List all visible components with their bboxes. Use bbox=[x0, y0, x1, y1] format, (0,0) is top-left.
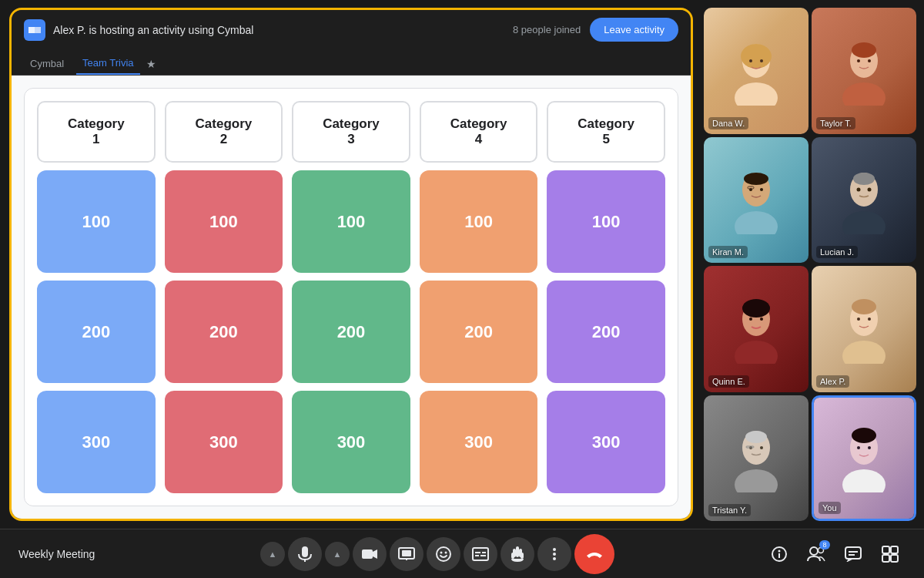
svg-point-12 bbox=[744, 173, 768, 185]
score-btn-5-300[interactable]: 300 bbox=[547, 391, 665, 493]
score-btn-1-200[interactable]: 200 bbox=[37, 281, 156, 383]
cymbal-logo bbox=[24, 19, 45, 41]
svg-point-1 bbox=[735, 82, 778, 106]
toolbar-center: ▲ ▲ bbox=[260, 534, 614, 574]
end-call-button[interactable] bbox=[574, 534, 614, 574]
category-col-4: Category4 100 200 300 bbox=[420, 101, 538, 493]
tab-star-icon[interactable]: ★ bbox=[146, 58, 156, 70]
svg-rect-74 bbox=[891, 546, 898, 553]
svg-point-50 bbox=[440, 551, 443, 553]
leave-activity-button[interactable]: Leave activity bbox=[590, 18, 678, 42]
svg-point-23 bbox=[742, 299, 770, 318]
activity-title: Alex P. is hosting an activity using Cym… bbox=[53, 24, 253, 36]
captions-button[interactable] bbox=[464, 537, 497, 571]
emoji-reactions-button[interactable] bbox=[427, 537, 460, 571]
svg-point-19 bbox=[857, 188, 861, 192]
svg-marker-45 bbox=[373, 549, 377, 559]
activity-container: Alex P. is hosting an activity using Cym… bbox=[9, 8, 693, 521]
category-header-5: Category5 bbox=[547, 101, 665, 163]
svg-rect-47 bbox=[402, 550, 411, 556]
score-btn-3-300[interactable]: 300 bbox=[292, 391, 410, 493]
participant-name-you: You bbox=[819, 502, 841, 514]
svg-point-38 bbox=[842, 469, 886, 492]
participant-tile-lucian: Lucian J. bbox=[812, 137, 916, 264]
svg-point-25 bbox=[760, 318, 763, 321]
score-btn-4-200[interactable]: 200 bbox=[420, 281, 538, 383]
participants-panel: Dana W. Taylor T. bbox=[701, 0, 924, 529]
mic-chevron-button[interactable]: ▲ bbox=[260, 542, 285, 566]
participant-name-quinn: Quinn E. bbox=[708, 375, 749, 388]
svg-point-11 bbox=[735, 211, 778, 234]
people-count: 8 people joined bbox=[513, 24, 581, 35]
score-btn-4-300[interactable]: 300 bbox=[420, 391, 538, 493]
svg-rect-70 bbox=[845, 547, 861, 559]
people-badge: 8 bbox=[819, 540, 830, 549]
participant-name-alex: Alex P. bbox=[816, 375, 849, 388]
score-btn-5-100[interactable]: 100 bbox=[547, 170, 665, 273]
svg-point-27 bbox=[842, 341, 886, 364]
score-btn-3-100[interactable]: 100 bbox=[292, 170, 410, 273]
svg-point-64 bbox=[553, 557, 556, 560]
participant-name-kiran: Kiran M. bbox=[708, 246, 748, 258]
activity-header-left: Alex P. is hosting an activity using Cym… bbox=[24, 19, 253, 41]
category-col-1: Category1 100 200 300 bbox=[37, 101, 156, 493]
svg-point-4 bbox=[760, 59, 763, 62]
svg-point-51 bbox=[445, 551, 447, 553]
svg-rect-75 bbox=[882, 555, 889, 562]
svg-rect-73 bbox=[882, 546, 889, 553]
svg-point-2 bbox=[741, 44, 772, 69]
activities-button[interactable] bbox=[875, 539, 906, 570]
svg-rect-61 bbox=[521, 553, 524, 559]
participant-name-taylor: Taylor T. bbox=[816, 117, 855, 129]
tabs-bar: Cymbal Team Trivia ★ bbox=[12, 49, 691, 76]
participant-tile-alex: Alex P. bbox=[812, 266, 916, 392]
score-btn-3-200[interactable]: 200 bbox=[292, 281, 410, 383]
svg-rect-42 bbox=[302, 546, 308, 557]
svg-point-30 bbox=[868, 318, 871, 321]
svg-point-17 bbox=[842, 211, 886, 234]
cam-chevron-button[interactable]: ▲ bbox=[325, 542, 350, 566]
svg-point-49 bbox=[437, 547, 450, 561]
participant-tile-dana: Dana W. bbox=[704, 8, 808, 134]
svg-point-39 bbox=[852, 428, 876, 443]
score-btn-2-200[interactable]: 200 bbox=[165, 281, 283, 383]
camera-button[interactable] bbox=[353, 537, 387, 571]
tab-cymbal[interactable]: Cymbal bbox=[24, 53, 70, 74]
category-header-3: Category3 bbox=[292, 101, 410, 163]
svg-point-14 bbox=[760, 188, 763, 191]
info-button[interactable] bbox=[764, 539, 795, 570]
svg-point-67 bbox=[778, 549, 781, 552]
participant-name-tristan: Tristan Y. bbox=[708, 504, 751, 516]
board-inner: Category1 100 200 300 Category2 100 200 … bbox=[24, 88, 678, 506]
participant-tile-kiran: Kiran M. bbox=[704, 137, 808, 264]
svg-point-18 bbox=[853, 173, 875, 185]
svg-point-8 bbox=[857, 59, 860, 62]
svg-point-24 bbox=[749, 318, 752, 321]
svg-point-22 bbox=[735, 341, 778, 364]
chat-button[interactable] bbox=[838, 539, 869, 570]
svg-point-35 bbox=[760, 446, 763, 449]
activity-panel: Alex P. is hosting an activity using Cym… bbox=[0, 0, 701, 529]
score-btn-1-300[interactable]: 300 bbox=[37, 391, 156, 493]
raise-hand-button[interactable] bbox=[500, 537, 534, 571]
svg-rect-44 bbox=[362, 549, 373, 559]
svg-point-6 bbox=[842, 82, 886, 106]
people-button[interactable]: 8 bbox=[801, 539, 832, 570]
category-header-1: Category1 bbox=[37, 101, 156, 163]
microphone-button[interactable] bbox=[288, 537, 322, 571]
svg-rect-57 bbox=[516, 546, 519, 557]
score-btn-2-300[interactable]: 300 bbox=[165, 391, 283, 493]
score-btn-1-100[interactable]: 100 bbox=[37, 170, 156, 273]
category-col-5: Category5 100 200 300 bbox=[547, 101, 665, 493]
participant-tile-quinn: Quinn E. bbox=[704, 266, 808, 392]
participant-tile-tristan: Tristan Y. bbox=[704, 395, 808, 522]
present-button[interactable] bbox=[390, 537, 424, 571]
tab-team-trivia[interactable]: Team Trivia bbox=[76, 52, 139, 75]
svg-point-28 bbox=[852, 299, 876, 314]
score-btn-4-100[interactable]: 100 bbox=[420, 170, 538, 273]
score-btn-2-100[interactable]: 100 bbox=[165, 170, 283, 273]
participant-name-dana: Dana W. bbox=[708, 117, 748, 129]
score-btn-5-200[interactable]: 200 bbox=[547, 281, 665, 383]
more-options-button[interactable] bbox=[537, 537, 571, 571]
svg-rect-52 bbox=[473, 548, 488, 560]
